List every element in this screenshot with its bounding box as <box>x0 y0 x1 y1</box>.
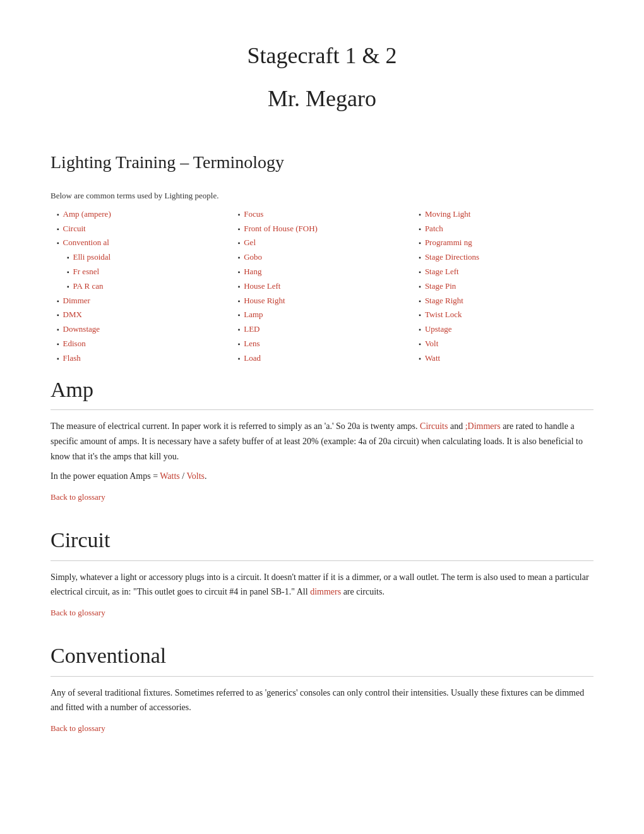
glossary-term-house-left[interactable]: House Left <box>244 280 280 293</box>
glossary-term-stage-directions[interactable]: Stage Directions <box>425 251 479 264</box>
list-item[interactable]: Circuit <box>57 222 232 236</box>
glossary-term-led[interactable]: LED <box>244 323 259 336</box>
glossary-term-patch[interactable]: Patch <box>425 222 443 236</box>
link-circuits[interactable]: Circuits <box>420 421 448 431</box>
list-item[interactable]: Stage Right <box>419 294 593 308</box>
term-divider <box>51 676 593 677</box>
back-to-glossary-conventional[interactable]: Back to glossary <box>51 723 105 733</box>
glossary-term-edison[interactable]: Edison <box>63 337 86 351</box>
glossary-term-stage-pin[interactable]: Stage Pin <box>425 280 456 293</box>
list-item[interactable]: Amp (ampere) <box>57 208 232 221</box>
term-heading-conventional: Conventional <box>51 639 593 673</box>
list-item[interactable]: Stage Left <box>419 265 593 279</box>
term-heading-circuit: Circuit <box>51 523 593 557</box>
glossary-term-programming[interactable]: Programmi ng <box>425 236 472 250</box>
glossary-term-volt[interactable]: Volt <box>425 337 438 351</box>
glossary-term-conventional[interactable]: Convention al <box>63 236 109 250</box>
glossary-term-circuit[interactable]: Circuit <box>63 222 86 236</box>
list-item[interactable]: House Left <box>238 280 413 293</box>
list-item[interactable]: Edison <box>57 337 232 351</box>
list-item[interactable]: Programmi ng <box>419 236 593 250</box>
glossary-term-upstage[interactable]: Upstage <box>425 323 452 336</box>
list-item[interactable]: Watt <box>419 352 593 365</box>
glossary-col-2: Focus Front of House (FOH) Gel Gobo Hang… <box>232 208 413 366</box>
glossary-term-lamp[interactable]: Lamp <box>244 308 263 322</box>
list-item[interactable]: Fr esnel <box>57 265 232 279</box>
list-item[interactable]: PA R can <box>57 280 232 293</box>
back-to-glossary-circuit[interactable]: Back to glossary <box>51 608 105 617</box>
list-item[interactable]: Upstage <box>419 323 593 336</box>
list-item[interactable]: DMX <box>57 308 232 322</box>
list-item[interactable]: Gobo <box>238 251 413 264</box>
back-to-glossary-amp[interactable]: Back to glossary <box>51 492 105 502</box>
list-item[interactable]: Gel <box>238 236 413 250</box>
glossary-col-3: Moving Light Patch Programmi ng Stage Di… <box>412 208 593 366</box>
term-body-conventional: Any of several traditional fixtures. Som… <box>51 686 593 716</box>
glossary-term-house-right[interactable]: House Right <box>244 294 285 308</box>
glossary-term-lens[interactable]: Lens <box>244 337 259 351</box>
glossary-term-load[interactable]: Load <box>244 352 261 365</box>
list-item[interactable]: Elli psoidal <box>57 251 232 264</box>
term-divider <box>51 409 593 410</box>
list-item[interactable]: Patch <box>419 222 593 236</box>
glossary-term-dmx[interactable]: DMX <box>63 308 82 322</box>
list-item[interactable]: Hang <box>238 265 413 279</box>
term-body-circuit: Simply, whatever a light or accessory pl… <box>51 570 593 600</box>
glossary-col-1: Amp (ampere) Circuit Convention al Elli … <box>51 208 232 366</box>
glossary-term-twist-lock[interactable]: Twist Lock <box>425 308 462 322</box>
list-item[interactable]: Moving Light <box>419 208 593 221</box>
list-item[interactable]: Stage Pin <box>419 280 593 293</box>
list-item[interactable]: Focus <box>238 208 413 221</box>
glossary-term-focus[interactable]: Focus <box>244 208 263 221</box>
list-item[interactable]: Flash <box>57 352 232 365</box>
page-title: Stagecraft 1 & 2 <box>51 38 593 75</box>
glossary-term-amp[interactable]: Amp (ampere) <box>63 208 111 221</box>
list-item[interactable]: Front of House (FOH) <box>238 222 413 236</box>
glossary-term-flash[interactable]: Flash <box>63 352 81 365</box>
glossary-term-foh[interactable]: Front of House (FOH) <box>244 222 318 236</box>
list-item[interactable]: House Right <box>238 294 413 308</box>
list-item[interactable]: Volt <box>419 337 593 351</box>
term-section-amp: Amp The measure of electrical current. I… <box>51 373 593 505</box>
term-divider <box>51 560 593 561</box>
term-section-conventional: Conventional Any of several traditional … <box>51 639 593 735</box>
glossary-term-gel[interactable]: Gel <box>244 236 256 250</box>
glossary-term-hang[interactable]: Hang <box>244 265 261 279</box>
glossary-term-dimmer[interactable]: Dimmer <box>63 294 90 308</box>
glossary-term-gobo[interactable]: Gobo <box>244 251 262 264</box>
glossary-term-stage-left[interactable]: Stage Left <box>425 265 459 279</box>
glossary-term-downstage[interactable]: Downstage <box>63 323 100 336</box>
glossary-term-watt[interactable]: Watt <box>425 352 440 365</box>
list-item[interactable]: Downstage <box>57 323 232 336</box>
list-item[interactable]: Lamp <box>238 308 413 322</box>
glossary-term-moving-light[interactable]: Moving Light <box>425 208 471 221</box>
link-dimmers[interactable]: ;Dimmers <box>465 421 501 431</box>
page-subtitle: Mr. Megaro <box>51 81 593 118</box>
link-dimmers-circuit[interactable]: dimmers <box>310 587 341 596</box>
list-item[interactable]: Dimmer <box>57 294 232 308</box>
term-heading-amp: Amp <box>51 373 593 407</box>
list-item[interactable]: Load <box>238 352 413 365</box>
term-body-amp: The measure of electrical current. In pa… <box>51 419 593 464</box>
section-heading: Lighting Training – Terminology <box>51 148 593 177</box>
glossary-term-ellipsoidal[interactable]: Elli psoidal <box>73 251 111 264</box>
list-item[interactable]: Twist Lock <box>419 308 593 322</box>
list-item[interactable]: Lens <box>238 337 413 351</box>
link-watts[interactable]: Watts <box>160 471 180 481</box>
list-item[interactable]: LED <box>238 323 413 336</box>
glossary-term-parcan[interactable]: PA R can <box>73 280 104 293</box>
glossary-columns: Amp (ampere) Circuit Convention al Elli … <box>51 208 593 366</box>
list-item[interactable]: Stage Directions <box>419 251 593 264</box>
link-volts[interactable]: Volts <box>186 471 205 481</box>
term-body-amp-equation: In the power equation Amps = Watts / Vol… <box>51 469 593 484</box>
term-section-circuit: Circuit Simply, whatever a light or acce… <box>51 523 593 620</box>
list-item[interactable]: Convention al <box>57 236 232 250</box>
glossary-term-fresnel[interactable]: Fr esnel <box>73 265 100 279</box>
intro-text: Below are common terms used by Lighting … <box>51 190 593 203</box>
glossary-term-stage-right[interactable]: Stage Right <box>425 294 463 308</box>
